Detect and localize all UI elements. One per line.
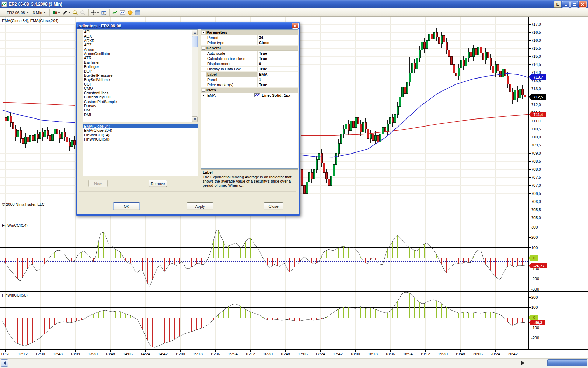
minimize-button[interactable] (562, 1, 570, 8)
property-value[interactable]: Close (257, 40, 298, 45)
property-name[interactable]: EMA (206, 93, 253, 98)
indicator-option[interactable]: DM (83, 108, 198, 112)
dialog-titlebar[interactable]: Indicators - ER2 06-08 (76, 22, 300, 29)
expand-icon[interactable] (202, 94, 205, 97)
indicator-option[interactable]: AroonOscillator (83, 52, 198, 56)
indicator-option[interactable]: BOP (83, 69, 198, 73)
zoom-in-button[interactable] (72, 9, 79, 16)
window-titlebar[interactable]: ER2 06-08 3.4.2008 (3 Min) L (0, 0, 588, 8)
data-box-button[interactable] (100, 9, 107, 16)
property-grid[interactable]: ParametersPeriod34Price typeCloseGeneral… (201, 29, 298, 169)
indicator-option[interactable]: ADX (83, 34, 198, 38)
configured-indicator-item[interactable]: EMA(Close,204) (83, 128, 198, 132)
property-row[interactable]: Display in Data BoxTrue (201, 67, 298, 72)
property-name[interactable]: Price marker(s) (206, 82, 257, 87)
available-list-scrollbar[interactable] (192, 30, 198, 122)
indicator-option[interactable]: ADL (83, 30, 198, 34)
property-group-header[interactable]: General (201, 46, 298, 51)
property-row[interactable]: Auto scaleTrue (201, 51, 298, 56)
indicator-option[interactable]: CustomPlotSample (83, 100, 198, 104)
scrollbar-thumb[interactable] (192, 36, 198, 47)
scroll-down-button[interactable] (192, 116, 198, 122)
property-row[interactable]: Period34 (201, 35, 298, 40)
property-name[interactable]: Display in Data Box (206, 67, 257, 71)
indicator-option[interactable]: BuySellPressure (83, 73, 198, 77)
property-row[interactable]: LabelEMA (201, 72, 298, 77)
indicator-option[interactable]: Bollinger (83, 64, 198, 69)
remove-button[interactable]: Remove (149, 180, 167, 187)
indicator-option[interactable]: DMI (83, 113, 198, 117)
indicator-option[interactable]: ADXR (83, 39, 198, 43)
property-name[interactable]: Auto scale (206, 51, 257, 56)
property-name[interactable]: Panel (206, 77, 257, 82)
property-value[interactable]: True (257, 82, 298, 87)
indicator-option[interactable]: APZ (83, 43, 198, 47)
property-name[interactable]: Calculate on bar close (206, 56, 257, 61)
configured-indicators-list[interactable]: EMA(Close,34)EMA(Close,204)FinWinCCI(14)… (83, 124, 198, 176)
property-row[interactable]: Price marker(s)True (201, 82, 298, 88)
toolbar-grip[interactable] (2, 9, 3, 16)
configured-indicator-item[interactable]: FinWinCCI(14) (83, 133, 198, 137)
panel3-indicator-label: FinWinCCI(50) (2, 293, 28, 297)
property-value[interactable]: Line; Solid; 1px (253, 93, 298, 98)
indicator-option[interactable]: CurrentDayOHL (83, 95, 198, 99)
price-axis-label: 712,0 (531, 103, 541, 107)
property-row[interactable]: Panel1 (201, 77, 298, 82)
indicator-option[interactable]: ATR (83, 56, 198, 60)
property-name[interactable]: Period (206, 35, 257, 40)
property-value[interactable]: EMA (257, 72, 298, 77)
chart-window-button[interactable] (119, 9, 126, 16)
scroll-left-button[interactable] (1, 359, 8, 367)
property-row[interactable]: EMALine; Solid; 1px (201, 93, 298, 98)
property-group-header[interactable]: Parameters (201, 30, 298, 35)
configured-indicator-item[interactable]: FinWinCCI(50) (83, 137, 198, 141)
property-value[interactable]: True (257, 56, 298, 61)
bar-style-button[interactable] (51, 9, 61, 16)
horizontal-scrollbar[interactable] (0, 358, 588, 368)
property-row[interactable]: Calculate on bar closeTrue (201, 56, 298, 61)
property-value[interactable]: 34 (257, 35, 298, 40)
time-axis-label: 16:12 (243, 352, 258, 356)
property-name[interactable]: Price type (206, 40, 257, 45)
apply-button[interactable]: Apply (187, 202, 214, 210)
property-row[interactable]: Price typeClose (201, 40, 298, 46)
scroll-up-button[interactable] (192, 30, 198, 35)
instrument-selector[interactable]: ER2 06-08 (5, 10, 30, 15)
collapse-icon[interactable] (202, 31, 205, 34)
indicator-option[interactable]: Darvas (83, 104, 198, 108)
property-name[interactable]: Label (206, 72, 257, 77)
indicator-option[interactable]: CMO (83, 86, 198, 90)
close-button[interactable]: Close (264, 202, 284, 210)
account-button[interactable] (127, 9, 134, 16)
properties-button[interactable] (134, 9, 141, 16)
draw-tool-button[interactable] (62, 9, 71, 16)
property-value[interactable]: True (257, 67, 298, 71)
maximize-button[interactable] (570, 1, 578, 8)
property-row[interactable]: Displacement0 (201, 61, 298, 67)
trend-tool-button[interactable] (111, 9, 118, 16)
property-value[interactable]: True (257, 51, 298, 56)
price-axis-label: 710,5 (531, 127, 541, 131)
link-button[interactable]: L (554, 1, 561, 8)
help-title: Label (203, 170, 296, 175)
scrollbar-thumb[interactable] (547, 359, 587, 366)
indicator-option[interactable]: BuySellVolume (83, 77, 198, 82)
configured-indicator-item[interactable]: EMA(Close,34) (83, 124, 198, 128)
property-value[interactable]: 1 (257, 77, 298, 82)
property-name[interactable]: Displacement (206, 61, 257, 66)
interval-selector[interactable]: 3 Min (31, 10, 48, 15)
property-group-header[interactable]: Plots (201, 88, 298, 93)
indicator-option[interactable]: CCI (83, 82, 198, 86)
property-value[interactable]: 0 (257, 61, 298, 66)
indicator-option[interactable]: ConstantLines (83, 91, 198, 95)
close-window-button[interactable] (579, 1, 587, 8)
indicator-option[interactable]: Aroon (83, 47, 198, 52)
ok-button[interactable]: OK (113, 202, 140, 210)
collapse-icon[interactable] (202, 89, 205, 92)
collapse-icon[interactable] (202, 47, 205, 50)
dialog-close-button[interactable] (292, 23, 299, 29)
scroll-right-marker-icon[interactable] (522, 361, 524, 365)
available-indicators-list[interactable]: ADLADXADXRAPZAroonAroonOscillatorATRBarT… (83, 29, 198, 122)
indicator-option[interactable]: BarTimer (83, 60, 198, 64)
crosshair-button[interactable] (90, 9, 100, 16)
